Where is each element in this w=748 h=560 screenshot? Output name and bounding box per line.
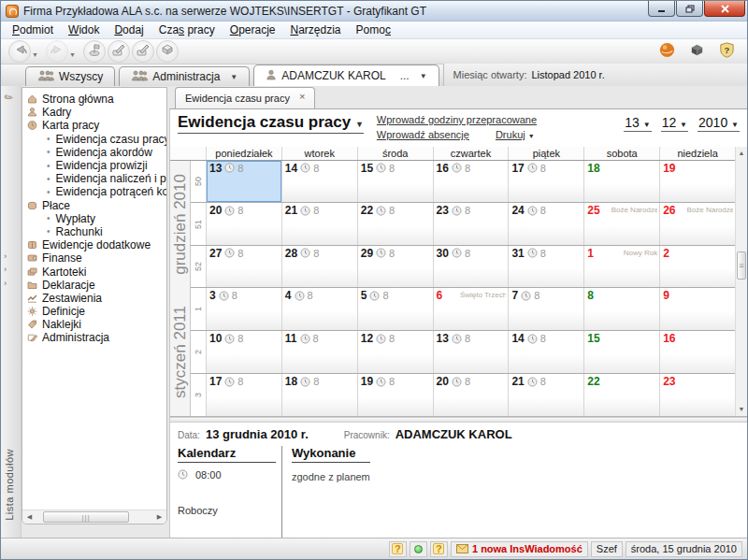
tab-ewidencja-czasu-pracy[interactable]: Ewidencja czasu pracy ×	[175, 87, 315, 108]
calendar-day-3[interactable]: 38	[206, 288, 281, 330]
calendar-day-25[interactable]: 25Boże Narodzeni...	[583, 203, 659, 245]
toolbar-edit2-button[interactable]	[132, 40, 154, 63]
sidebar-item-karta-pracy[interactable]: Karta pracy	[26, 119, 166, 132]
calendar-day-29[interactable]: 298	[357, 246, 433, 288]
sidebar-item-płace[interactable]: Płace	[26, 199, 166, 212]
calendar-day-17[interactable]: 178	[508, 161, 583, 203]
scroll-down-arrow-icon[interactable]: ▼	[736, 403, 747, 416]
calendar-day-11[interactable]: 118	[281, 331, 357, 373]
calendar-day-6[interactable]: 6Święto Trzech K...	[433, 288, 509, 330]
calendar-day-1[interactable]: 1Nowy Rok	[583, 246, 659, 288]
scroll-right-arrow-icon[interactable]: ▶	[153, 511, 165, 524]
calendar-day-21[interactable]: 218	[281, 203, 357, 245]
menu-item-operacje[interactable]: Operacje	[223, 22, 283, 38]
calendar-scrollbar[interactable]: ▲ ▼	[735, 147, 747, 416]
calendar-day-31[interactable]: 318	[508, 246, 583, 288]
sidebar-item-ewidencja-czasu-pracy[interactable]: •Ewidencja czasu pracy	[26, 133, 166, 146]
calendar-day-18[interactable]: 188	[281, 374, 357, 416]
link-drukuj[interactable]: Drukuj	[496, 129, 525, 140]
minimize-button[interactable]	[648, 1, 675, 17]
menu-item-czas-pracy[interactable]: Czas pracy	[151, 22, 223, 38]
toolbar-back-button[interactable]	[8, 40, 31, 63]
expander-chevron-icon[interactable]: ›	[4, 251, 7, 261]
expander-chevron-icon[interactable]: ›	[4, 265, 7, 274]
toolbar-print-button[interactable]	[156, 40, 179, 63]
sidebar-item-zestawienia[interactable]: Zestawienia	[26, 292, 166, 305]
toolbar-flag-button[interactable]	[83, 40, 106, 63]
calendar-day-7[interactable]: 78	[508, 288, 583, 330]
maximize-button[interactable]	[676, 1, 703, 17]
scroll-left-arrow-icon[interactable]: ◀	[23, 511, 36, 524]
calendar-day-23[interactable]: 23	[659, 374, 735, 416]
calendar-day-17[interactable]: 178	[206, 374, 281, 416]
calendar-day-19[interactable]: 19	[659, 161, 735, 203]
chevron-down-icon[interactable]: ▼	[230, 73, 237, 81]
employee-tab-administracja[interactable]: Administracja▼	[119, 66, 250, 86]
help-icon[interactable]: ?	[389, 541, 407, 557]
link-wprowadz-absencje[interactable]: Wprowadź absencję	[377, 128, 469, 143]
scroll-up-arrow-icon[interactable]: ▲	[736, 147, 747, 160]
calendar-day-27[interactable]: 278	[206, 246, 281, 288]
chevron-down-icon[interactable]: ▼	[32, 51, 38, 58]
sidebar-item-deklaracje[interactable]: Deklaracje	[26, 279, 166, 292]
menu-item-podmiot[interactable]: Podmiot	[5, 22, 61, 38]
calendar-day-22[interactable]: 228	[357, 203, 433, 245]
toolbar-edit-button[interactable]	[108, 40, 130, 63]
sidebar-horizontal-scrollbar[interactable]: ◀ ||| ▶	[22, 510, 166, 524]
chevron-down-icon[interactable]: ▼	[420, 72, 427, 80]
sidebar-item-kadry[interactable]: Kadry	[26, 106, 166, 119]
sidebar-item-kartoteki[interactable]: Kartoteki	[26, 265, 166, 278]
pin-icon[interactable]: ✎	[2, 91, 16, 106]
calendar-day-14[interactable]: 148	[281, 161, 357, 203]
calendar-day-15[interactable]: 158	[357, 161, 433, 203]
employee-tab-adamczuk-karol[interactable]: ADAMCZUK KAROL...▼	[253, 65, 439, 86]
calendar-day-21[interactable]: 218	[508, 374, 583, 416]
calendar-day-22[interactable]: 22	[583, 374, 659, 416]
close-tab-icon[interactable]: ×	[299, 92, 305, 102]
sidebar-item-wypłaty[interactable]: •Wypłaty	[26, 212, 166, 225]
module-strip[interactable]: ✎ Lista modułów ›››	[1, 86, 22, 538]
menu-item-dodaj[interactable]: Dodaj	[107, 22, 151, 38]
page-title[interactable]: Ewidencja czasu pracy ▼	[178, 113, 364, 134]
calendar-day-30[interactable]: 308	[433, 246, 509, 288]
menu-item-pomoc[interactable]: Pomoc	[349, 22, 398, 38]
employee-tab-wszyscy[interactable]: Wszyscy	[25, 66, 115, 86]
toolbar-cube-button[interactable]	[685, 40, 708, 63]
calendar-day-23[interactable]: 238	[433, 203, 509, 245]
sidebar-item-finanse[interactable]: Finanse	[26, 251, 166, 265]
sidebar-item-administracja[interactable]: Administracja	[26, 331, 166, 344]
sidebar-item-naklejki[interactable]: Naklejki	[26, 318, 166, 331]
calendar-day-10[interactable]: 108	[206, 331, 281, 373]
calendar-day-8[interactable]: 8	[583, 288, 659, 330]
calendar-day-4[interactable]: 48	[281, 288, 357, 330]
sidebar-item-ewidencja-akordów[interactable]: •Ewidencja akordów	[26, 146, 166, 159]
toolbar-help-shield-button[interactable]: ?	[715, 40, 738, 63]
calendar-day-20[interactable]: 208	[433, 374, 509, 416]
calendar-day-18[interactable]: 18	[583, 161, 659, 203]
calendar-day-12[interactable]: 128	[357, 331, 433, 373]
calendar-day-16[interactable]: 16	[659, 331, 735, 373]
calendar-day-5[interactable]: 58	[357, 288, 433, 330]
link-wprowadz-godziny[interactable]: Wprowadź godziny przepracowane	[377, 114, 537, 125]
scrollbar-thumb[interactable]	[737, 251, 746, 280]
calendar-day-28[interactable]: 288	[281, 246, 357, 288]
calendar-day-14[interactable]: 148	[508, 331, 583, 373]
calendar-day-19[interactable]: 198	[357, 374, 433, 416]
day-select[interactable]: 13 ▼	[624, 115, 651, 132]
sidebar-item-ewidencja-potrąceń-komorni[interactable]: •Ewidencja potrąceń komorni	[26, 185, 166, 198]
calendar-day-15[interactable]: 15	[583, 331, 659, 373]
close-button[interactable]	[704, 1, 745, 17]
calendar-day-13[interactable]: 138	[433, 331, 509, 373]
menu-item-widok[interactable]: Widok	[61, 22, 107, 38]
toolbar-insert-globe-button[interactable]	[655, 40, 678, 63]
help-icon[interactable]: ?	[430, 541, 448, 557]
calendar-day-2[interactable]: 2	[659, 246, 735, 288]
scrollbar-thumb[interactable]: |||	[43, 511, 129, 523]
sidebar-item-strona-główna[interactable]: Strona główna	[26, 93, 166, 106]
sidebar-item-rachunki[interactable]: •Rachunki	[26, 225, 166, 238]
month-select[interactable]: 12 ▼	[661, 115, 688, 132]
status-green-icon[interactable]	[410, 541, 427, 557]
calendar-day-9[interactable]: 9	[659, 288, 735, 330]
sidebar-item-ewidencja-naliczeń-i-potrąceń[interactable]: •Ewidencja naliczeń i potrąceń	[26, 172, 166, 185]
sidebar-item-definicje[interactable]: Definicje	[26, 305, 166, 318]
